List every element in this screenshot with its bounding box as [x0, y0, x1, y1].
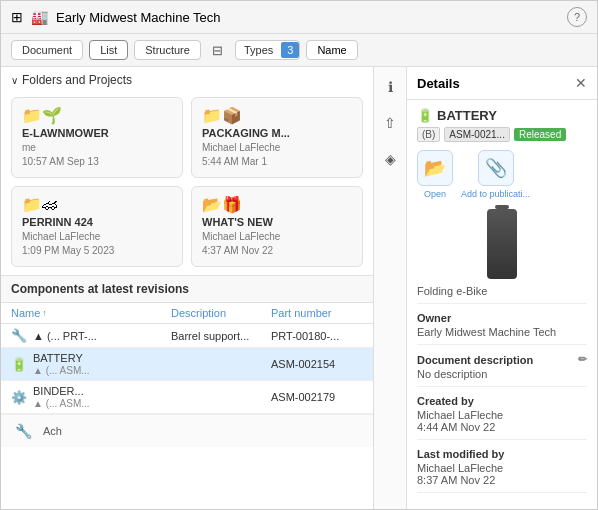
- modified-value: Michael LaFleche: [417, 462, 587, 474]
- row-name: ▲ (... PRT-...: [33, 330, 97, 342]
- close-button[interactable]: ✕: [575, 75, 587, 91]
- table-row-binder[interactable]: ⚙️ BINDER... ▲ (... ASM... ASM-002179 B: [1, 381, 373, 414]
- row-sub: ▲ (... ASM...: [33, 398, 90, 409]
- side-icons: ℹ ⇧ ◈: [374, 67, 407, 509]
- created-by-section: Created by Michael LaFleche 4:44 AM Nov …: [417, 395, 587, 440]
- row-description: Barrel support...: [171, 330, 271, 342]
- folder-name: WHAT'S NEW: [202, 216, 352, 228]
- table-header: Name ↑ Description Part number Revision: [1, 303, 373, 324]
- info-icon[interactable]: ℹ: [378, 75, 402, 99]
- row-partnumber: PRT-00180-...: [271, 330, 374, 342]
- folder-meta: me 10:57 AM Sep 13: [22, 141, 172, 169]
- col-header-description[interactable]: Description: [171, 307, 271, 319]
- folder-icon: 📂🎁: [202, 195, 352, 214]
- main-content: ∨ Folders and Projects 📁🌱 E-LAWNMOWER me…: [1, 67, 597, 509]
- modified-label: Last modified by: [417, 448, 587, 460]
- created-at: 4:44 AM Nov 22: [417, 421, 587, 433]
- folders-header[interactable]: ∨ Folders and Projects: [1, 67, 373, 93]
- folder-card-packaging[interactable]: 📁📦 PACKAGING M... Michael LaFleche 5:44 …: [191, 97, 363, 178]
- row-name: BINDER...: [33, 385, 90, 397]
- row-partnumber: ASM-002179: [271, 391, 374, 403]
- ach-icon[interactable]: 🔧: [11, 419, 35, 443]
- open-label: Open: [424, 189, 446, 199]
- ach-label: Ach: [43, 425, 62, 437]
- bottom-bar: 🔧 Ach: [1, 414, 373, 447]
- created-by-label: Created by: [417, 395, 587, 407]
- modified-by-section: Last modified by Michael LaFleche 8:37 A…: [417, 448, 587, 493]
- badge-asm: ASM-0021...: [444, 127, 510, 142]
- detail-item-name: 🔋 BATTERY: [417, 108, 587, 123]
- owner-section: Owner Early Midwest Machine Tech: [417, 312, 587, 345]
- battery-preview: [417, 209, 587, 279]
- badge-released: Released: [514, 128, 566, 141]
- document-tab[interactable]: Document: [11, 40, 83, 60]
- filter-icon[interactable]: ⊟: [207, 39, 229, 61]
- folder-icon: 📁📦: [202, 106, 352, 125]
- app-icon: 🏭: [31, 9, 48, 25]
- details-body: 🔋 BATTERY (B) ASM-0021... Released 📂 Ope…: [407, 100, 597, 509]
- folder-name: E-LAWNMOWER: [22, 127, 172, 139]
- col-header-partnumber[interactable]: Part number: [271, 307, 374, 319]
- desc-value: No description: [417, 368, 587, 380]
- open-icon: 📂: [417, 150, 453, 186]
- add-publication-icon: 📎: [478, 150, 514, 186]
- folder-grid: 📁🌱 E-LAWNMOWER me 10:57 AM Sep 13 📁📦 PAC…: [1, 93, 373, 275]
- row-partnumber: ASM-002154: [271, 358, 374, 370]
- folder-meta: Michael LaFleche 1:09 PM May 5 2023: [22, 230, 172, 258]
- details-title: Details: [417, 76, 460, 91]
- components-header: Components at latest revisions: [1, 275, 373, 303]
- folder-name: PACKAGING M...: [202, 127, 352, 139]
- related-doc: Folding e-Bike: [417, 285, 587, 304]
- sort-icon: ↑: [42, 308, 47, 318]
- list-tab[interactable]: List: [89, 40, 128, 60]
- help-button[interactable]: ?: [567, 7, 587, 27]
- titlebar: ⊞ 🏭 Early Midwest Machine Tech ?: [1, 1, 597, 34]
- folder-icon: 📁🏎: [22, 195, 172, 214]
- sidebar-toggle-icon[interactable]: ⊞: [11, 9, 23, 25]
- add-publication-label: Add to publicati...: [461, 189, 530, 199]
- types-badge: 3: [281, 42, 299, 58]
- battery-image: [487, 209, 517, 279]
- edit-icon[interactable]: ✏: [578, 353, 587, 366]
- owner-label: Owner: [417, 312, 587, 324]
- details-header: Details ✕: [407, 67, 597, 100]
- folder-icon: 📁🌱: [22, 106, 172, 125]
- desc-label: Document description ✏: [417, 353, 587, 366]
- details-panel: Details ✕ 🔋 BATTERY (B) ASM-0021... Rele…: [407, 67, 597, 509]
- toolbar: Document List Structure ⊟ Types 3 Name: [1, 34, 597, 67]
- left-panel: ∨ Folders and Projects 📁🌱 E-LAWNMOWER me…: [1, 67, 374, 509]
- app-window: ⊞ 🏭 Early Midwest Machine Tech ? Documen…: [0, 0, 598, 510]
- folder-meta: Michael LaFleche 4:37 AM Nov 22: [202, 230, 352, 258]
- folder-card-whatsnew[interactable]: 📂🎁 WHAT'S NEW Michael LaFleche 4:37 AM N…: [191, 186, 363, 267]
- created-by-value: Michael LaFleche: [417, 409, 587, 421]
- row-icon: 🔋: [11, 357, 27, 372]
- cube-icon[interactable]: ◈: [378, 147, 402, 171]
- owner-value: Early Midwest Machine Tech: [417, 326, 587, 338]
- name-button[interactable]: Name: [306, 40, 357, 60]
- structure-tab[interactable]: Structure: [134, 40, 201, 60]
- folder-card-elawnmower[interactable]: 📁🌱 E-LAWNMOWER me 10:57 AM Sep 13: [11, 97, 183, 178]
- row-sub: ▲ (... ASM...: [33, 365, 90, 376]
- folder-card-perrinn[interactable]: 📁🏎 PERRINN 424 Michael LaFleche 1:09 PM …: [11, 186, 183, 267]
- folder-meta: Michael LaFleche 5:44 AM Mar 1: [202, 141, 352, 169]
- row-icon: 🔧: [11, 328, 27, 343]
- detail-actions: 📂 Open 📎 Add to publicati...: [417, 150, 587, 199]
- types-label: Types: [236, 41, 281, 59]
- chevron-icon: ∨: [11, 75, 18, 86]
- table-row[interactable]: 🔧 ▲ (... PRT-... Barrel support... PRT-0…: [1, 324, 373, 348]
- open-action[interactable]: 📂 Open: [417, 150, 453, 199]
- badge-b: (B): [417, 127, 440, 142]
- add-publication-action[interactable]: 📎 Add to publicati...: [461, 150, 530, 199]
- detail-item-icon: 🔋: [417, 108, 433, 123]
- app-title: Early Midwest Machine Tech: [56, 10, 559, 25]
- row-icon: ⚙️: [11, 390, 27, 405]
- folders-label: Folders and Projects: [22, 73, 132, 87]
- share-icon[interactable]: ⇧: [378, 111, 402, 135]
- description-section: Document description ✏ No description: [417, 353, 587, 387]
- detail-badges: (B) ASM-0021... Released: [417, 127, 587, 142]
- row-name-cell: 🔋 BATTERY ▲ (... ASM...: [11, 352, 171, 376]
- table-row-battery[interactable]: 🔋 BATTERY ▲ (... ASM... ASM-002154 B: [1, 348, 373, 381]
- col-header-name[interactable]: Name ↑: [11, 307, 171, 319]
- row-name-cell: ⚙️ BINDER... ▲ (... ASM...: [11, 385, 171, 409]
- types-filter[interactable]: Types 3: [235, 40, 300, 60]
